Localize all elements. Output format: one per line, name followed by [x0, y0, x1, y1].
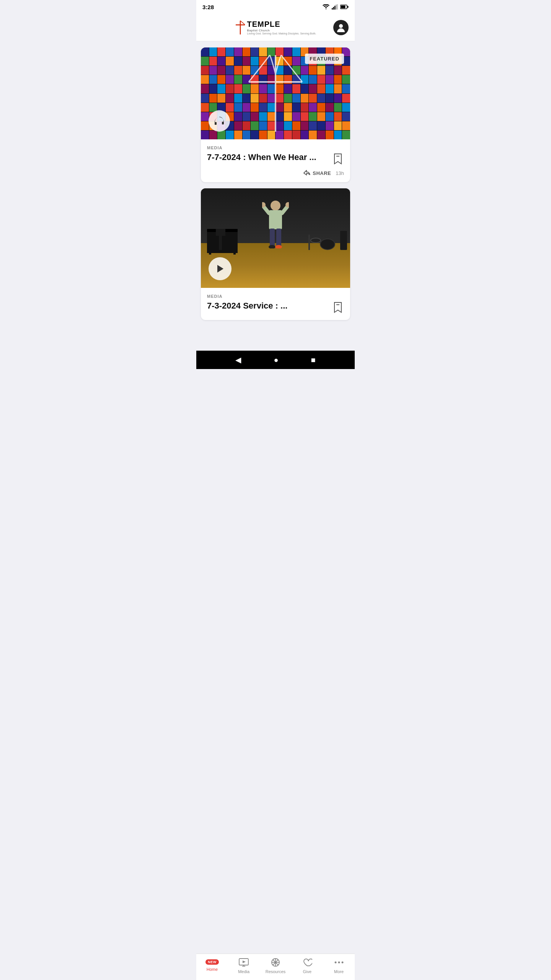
svg-rect-4 — [337, 4, 338, 10]
status-icons — [323, 4, 349, 10]
svg-rect-6 — [341, 6, 346, 8]
featured-timestamp: 13h — [336, 170, 344, 176]
featured-image[interactable]: FEATURED — [201, 47, 350, 139]
logo-text: TEMPLE Baptist Church Loving God. Servin… — [247, 20, 316, 35]
video-card-body: MEDIA 7-3-2024 Service : ... — [201, 288, 350, 320]
share-icon — [303, 170, 310, 176]
svg-rect-19 — [276, 229, 281, 247]
svg-rect-18 — [270, 229, 275, 247]
bookmark-button[interactable] — [333, 153, 344, 165]
video-card-title: 7-3-2024 Service : ... — [207, 301, 329, 311]
svg-marker-22 — [217, 265, 223, 273]
battery-icon — [340, 5, 349, 9]
svg-rect-2 — [334, 6, 336, 10]
status-time: 3:28 — [202, 4, 214, 10]
svg-rect-13 — [269, 210, 282, 229]
signal-icon — [332, 4, 338, 10]
speaker-prop — [340, 231, 347, 250]
svg-rect-3 — [336, 5, 337, 10]
logo-subtitle-label: Baptist Church — [247, 29, 270, 32]
featured-card-title: 7-7-2024 : When We Hear ... — [207, 152, 329, 162]
status-bar: 3:28 — [196, 0, 355, 14]
bookmark-icon — [333, 153, 342, 165]
featured-card-body: MEDIA 7-7-2024 : When We Hear ... SHARE — [201, 139, 350, 182]
svg-rect-7 — [347, 6, 349, 8]
cross-icon — [235, 20, 246, 35]
play-icon — [216, 264, 224, 273]
logo: TEMPLE Baptist Church Loving God. Servin… — [235, 20, 316, 35]
svg-point-12 — [271, 201, 280, 211]
video-card-title-row: 7-3-2024 Service : ... — [207, 301, 344, 314]
featured-card-footer: SHARE 13h — [207, 170, 344, 176]
featured-card: FEATURED MEDIA 7-7-2024 : When We Hear .… — [201, 47, 350, 182]
svg-rect-1 — [333, 7, 334, 10]
share-button[interactable]: SHARE — [303, 170, 331, 176]
profile-button[interactable] — [333, 20, 349, 35]
featured-badge: FEATURED — [305, 54, 344, 64]
video-card-label: MEDIA — [207, 294, 344, 299]
featured-card-title-row: 7-7-2024 : When We Hear ... — [207, 152, 344, 165]
play-button[interactable] — [209, 257, 231, 280]
android-recent-button[interactable]: ■ — [311, 356, 315, 364]
headphones-icon — [214, 117, 224, 125]
wifi-icon — [323, 4, 329, 10]
drums-prop — [308, 225, 343, 250]
android-nav-bar: ◀ ● ■ — [196, 351, 355, 369]
svg-point-10 — [339, 24, 343, 28]
featured-cross-overlay — [237, 51, 314, 136]
main-content: FEATURED MEDIA 7-7-2024 : When We Hear .… — [196, 41, 355, 351]
video-bookmark-button[interactable] — [333, 302, 344, 314]
header: TEMPLE Baptist Church Loving God. Servin… — [196, 14, 355, 41]
logo-tagline-label: Loving God. Serving God. Making Disciple… — [247, 32, 316, 35]
speaker-person — [262, 199, 289, 250]
video-thumbnail[interactable] — [201, 188, 350, 288]
logo-temple-label: TEMPLE — [247, 20, 280, 29]
video-bookmark-icon — [333, 302, 342, 313]
audio-button[interactable] — [209, 110, 230, 132]
share-label: SHARE — [313, 170, 331, 176]
featured-card-label: MEDIA — [207, 145, 344, 150]
svg-rect-0 — [332, 8, 333, 10]
video-card: MEDIA 7-3-2024 Service : ... — [201, 188, 350, 320]
profile-icon — [336, 22, 346, 33]
android-back-button[interactable]: ◀ — [235, 355, 241, 364]
music-stand — [219, 231, 222, 250]
android-home-button[interactable]: ● — [274, 356, 278, 364]
